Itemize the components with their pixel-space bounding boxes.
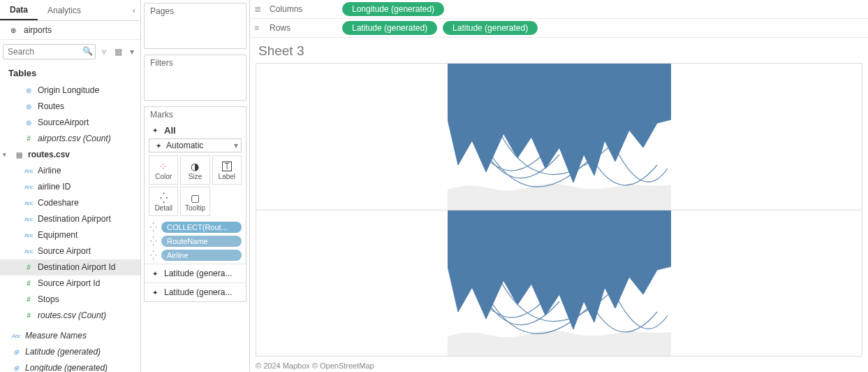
text-icon: Abc	[11, 331, 21, 341]
field-airline-id[interactable]: Abcairline ID	[0, 179, 140, 195]
number-icon: #	[24, 279, 34, 289]
datasource-name: airports	[24, 25, 52, 35]
marks-all-row[interactable]: ✦ All	[145, 122, 246, 138]
field-equipment[interactable]: AbcEquipment	[0, 227, 140, 243]
mark-pill-collect-routes[interactable]: COLLECT(Rout...	[161, 222, 242, 233]
mark-pill-airline[interactable]: Airline	[161, 250, 242, 261]
search-icon: 🔍	[82, 46, 93, 56]
text-icon: Abc	[24, 183, 34, 192]
map-pane-2[interactable]	[256, 210, 862, 357]
worksheet-canvas: ≣ Columns Longitude (generated) ≡ Rows L…	[250, 0, 868, 372]
mark-type-dropdown[interactable]: ✦ Automatic ▾	[149, 138, 242, 152]
globe-icon: ⊕	[24, 102, 34, 112]
number-icon: #	[24, 263, 34, 273]
marks-label[interactable]: 🅃Label	[212, 155, 242, 185]
pages-shelf[interactable]: Pages	[144, 3, 247, 49]
columns-icon: ≣	[254, 4, 264, 14]
filter-fields-icon[interactable]: ▿	[98, 46, 110, 57]
caret-down-icon: ▾	[3, 149, 10, 161]
field-source-airport[interactable]: AbcSource Airport	[0, 243, 140, 259]
field-airline[interactable]: AbcAirline	[0, 163, 140, 179]
table-icon: ▤	[14, 150, 24, 160]
mark-pill-routename[interactable]: RouteName	[161, 236, 242, 247]
columns-shelf[interactable]: ≣ Columns Longitude (generated)	[250, 0, 868, 19]
sheet-title[interactable]: Sheet 3	[250, 38, 868, 63]
field-stops[interactable]: #Stops	[0, 292, 140, 308]
map-pane-1[interactable]	[256, 64, 862, 210]
filters-shelf[interactable]: Filters	[144, 55, 247, 101]
columns-pill-longitude[interactable]: Longitude (generated)	[342, 2, 444, 16]
rows-icon: ≡	[254, 23, 264, 33]
field-longitude-generated[interactable]: ⊕Longitude (generated)	[0, 360, 140, 372]
rows-pill-latitude-2[interactable]: Latitude (generated)	[443, 21, 538, 35]
field-origin-longitude[interactable]: ⊕Origin Longitude	[0, 83, 140, 99]
tab-data[interactable]: Data	[0, 0, 38, 20]
sort-fields-icon[interactable]: ▾	[126, 46, 138, 57]
size-icon: ◑	[191, 160, 199, 173]
marks-size[interactable]: ◑Size	[180, 155, 209, 185]
number-icon: #	[24, 134, 34, 144]
field-destination-airport-id[interactable]: #Destination Airport Id	[0, 259, 140, 276]
text-icon: Abc	[24, 231, 34, 241]
field-sourceairport[interactable]: ⊕SourceAirport	[0, 115, 140, 131]
detail-icon: ⁛	[149, 222, 159, 232]
side-tabs: Data Analytics ‹	[0, 0, 140, 21]
shelves-panel: Pages Filters Marks ✦ All ✦ Automatic ▾ …	[141, 0, 250, 372]
tables-header: Tables	[0, 64, 140, 83]
marks-type-icon: ✦	[150, 126, 160, 136]
field-codeshare[interactable]: AbcCodeshare	[0, 195, 140, 211]
datasource-icon: ⊕	[8, 25, 18, 35]
marks-type-icon: ✦	[154, 141, 163, 150]
globe-icon: ⊕	[24, 86, 34, 96]
text-icon: Abc	[24, 199, 34, 208]
field-routes-count[interactable]: #routes.csv (Count)	[0, 308, 140, 324]
field-destination-airport[interactable]: AbcDestination Apirport	[0, 211, 140, 227]
chevron-down-icon: ▾	[234, 141, 238, 150]
marks-type-icon: ✦	[150, 269, 160, 278]
mark-layer-2[interactable]: ✦Latitude (genera...	[145, 282, 246, 301]
marks-detail[interactable]: ⁛Detail	[149, 187, 178, 216]
field-latitude-generated[interactable]: ⊕Latitude (generated)	[0, 344, 140, 360]
datasource-row[interactable]: ⊕ airports	[0, 21, 140, 40]
marks-type-icon: ✦	[150, 287, 160, 297]
viz-container[interactable]	[256, 63, 862, 357]
number-icon: #	[24, 311, 34, 321]
detail-icon: ⁛	[149, 250, 159, 260]
detail-icon: ⁛	[160, 192, 168, 204]
marks-tooltip[interactable]: ▢Tooltip	[180, 187, 209, 216]
label-icon: 🅃	[222, 160, 232, 173]
rows-shelf[interactable]: ≡ Rows Latitude (generated) Latitude (ge…	[250, 19, 868, 38]
globe-icon: ⊕	[11, 364, 21, 373]
routes-map-svg	[448, 210, 671, 357]
routes-map-svg	[448, 64, 671, 210]
tooltip-icon: ▢	[191, 192, 200, 204]
collapse-side-panel[interactable]: ‹	[128, 0, 140, 20]
map-attribution: © 2024 Mapbox © OpenStreetMap	[250, 359, 868, 372]
field-routes[interactable]: ⊕Routes	[0, 99, 140, 115]
table-routes-csv[interactable]: ▾ ▤ routes.csv	[0, 147, 140, 163]
text-icon: Abc	[24, 247, 34, 257]
field-source-airport-id[interactable]: #Source Airport Id	[0, 276, 140, 292]
fields-tree: ⊕Origin Longitude ⊕Routes ⊕SourceAirport…	[0, 83, 140, 372]
marks-card: Marks ✦ All ✦ Automatic ▾ ⁘Color ◑Size 🅃…	[144, 106, 247, 302]
data-panel: Data Analytics ‹ ⊕ airports 🔍 ▿ ▦ ▾ Tabl…	[0, 0, 141, 372]
detail-icon: ⁛	[149, 236, 159, 246]
marks-color[interactable]: ⁘Color	[149, 155, 178, 185]
number-icon: #	[24, 295, 34, 305]
field-airports-count[interactable]: #airports.csv (Count)	[0, 131, 140, 147]
view-mode-icon[interactable]: ▦	[112, 46, 124, 57]
text-icon: Abc	[24, 215, 34, 224]
globe-icon: ⊕	[24, 118, 34, 128]
globe-icon: ⊕	[11, 348, 21, 357]
text-icon: Abc	[24, 166, 34, 176]
rows-pill-latitude-1[interactable]: Latitude (generated)	[342, 21, 437, 35]
mark-layer-1[interactable]: ✦Latitude (genera...	[145, 264, 246, 282]
color-icon: ⁘	[159, 160, 168, 173]
tab-analytics[interactable]: Analytics	[38, 0, 91, 20]
field-measure-names[interactable]: AbcMeasure Names	[0, 328, 140, 344]
